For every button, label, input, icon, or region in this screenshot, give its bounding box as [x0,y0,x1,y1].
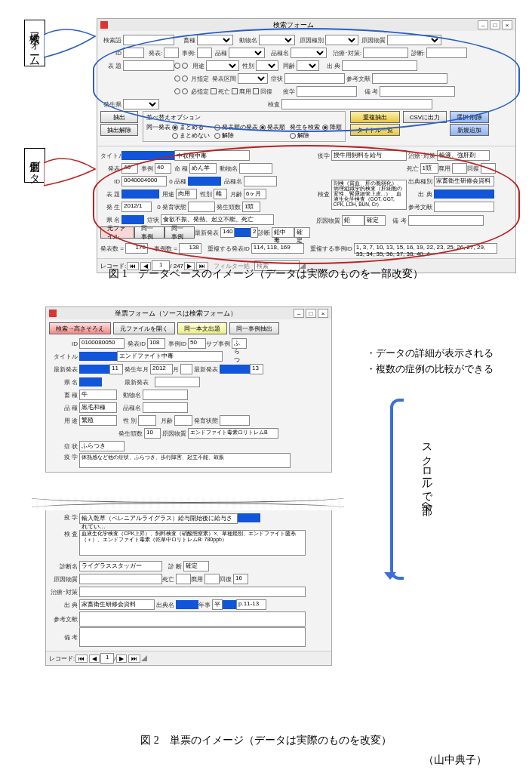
btn-title-list[interactable]: タイトル一覧 [350,124,400,136]
tb-b1[interactable]: 検索→高さそろえ [49,322,111,334]
btn-doitsu1[interactable]: 同一事例 [134,226,165,239]
v3-sk[interactable] [79,611,306,627]
btn-clear[interactable]: 抽出解除 [100,124,138,136]
btn-new[interactable]: 新規追加 [450,124,489,136]
nav2-last[interactable]: ⏭ [128,654,140,663]
minimize-button[interactable]: – [478,20,488,29]
lbl-hinshu2: 品種 [212,49,229,57]
rad-4[interactable] [182,75,188,82]
v2-num: 11 [109,364,123,374]
l-side-kf: 回復 [467,165,481,173]
inp-hassei[interactable] [164,48,179,58]
nav2-next[interactable]: ▶ [116,654,127,663]
resize-grip-2[interactable] [141,655,147,661]
rad-5[interactable] [174,88,180,94]
inp-chiryo[interactable] [363,48,408,58]
v2-gk[interactable] [180,364,192,374]
l-jireisu: 事例数 = [154,245,179,253]
nav2-first[interactable]: ⏮ [75,654,88,663]
tb-b3[interactable]: 同一本文出題 [177,322,227,334]
btn-dup-extract[interactable]: 重複抽出 [350,111,400,123]
v-side-sk[interactable] [434,202,494,212]
rad-h2[interactable] [260,125,266,131]
close2[interactable]: × [318,309,328,318]
sel-yoto[interactable] [206,60,239,71]
inp-shojo[interactable] [284,73,345,84]
inp-biko[interactable] [380,86,455,97]
inp-id[interactable] [123,48,144,58]
v-side-bk[interactable] [408,215,484,226]
v3-sb[interactable] [176,574,191,584]
maximize-button[interactable]: □ [490,20,500,29]
btn-moto[interactable]: 元ファイル [100,226,134,239]
close-button[interactable]: × [502,20,512,29]
sel-chiku[interactable] [197,35,233,45]
l-shindan: 診断 [258,229,272,237]
inp-kensa[interactable] [281,99,432,109]
inp-ekigaku[interactable] [297,86,357,97]
inp-shucchi[interactable] [342,60,417,71]
max2[interactable]: □ [306,309,316,318]
l2-hn: 発生頭数 [117,430,144,438]
sel-sei[interactable] [256,60,278,71]
v2-sai3[interactable] [155,377,200,387]
v2-gk2[interactable] [174,415,192,426]
rad-kou[interactable] [322,125,328,131]
v3-gb[interactable] [79,574,162,584]
sel-gensei[interactable] [325,35,358,45]
tb-b4[interactable]: 同一事例抽出 [229,322,279,334]
btn-extract[interactable]: 抽出 [100,111,138,123]
v-dup2: 1, 3, 7, 10, 13, 15, 16, 19, 22, 23, 25,… [354,243,497,254]
min2[interactable]: – [294,309,304,318]
v3-bk[interactable] [79,627,306,647]
rad-k2[interactable] [290,133,296,139]
v2-hj[interactable] [220,415,250,426]
v-f1r1d[interactable] [239,163,272,174]
tb-b2[interactable]: 元ファイルを開く [113,322,175,334]
btn-doitsu2[interactable]: 同一事例 [165,226,195,239]
chk-shibo[interactable] [211,88,217,94]
redact-11 [238,513,260,522]
rad-matomenai[interactable] [172,133,178,139]
v-side-kf[interactable] [481,163,496,174]
l2-sub: サブ事例 [206,340,232,348]
fig2-notes: ・データの詳細が表示される ・複数の症例の比較ができる [366,346,517,377]
v2-db[interactable] [143,390,188,400]
lbl-shobun: 廃用 [239,88,253,96]
rad-3[interactable] [174,75,180,82]
v2-sx[interactable] [138,415,156,426]
rad-1[interactable] [174,63,180,69]
chk-kaifuku[interactable] [253,88,259,94]
v-f1r4b[interactable] [188,202,215,212]
sel-hinshumei[interactable] [291,48,327,58]
v-f1r2c[interactable] [244,176,277,186]
rad-6[interactable] [182,88,188,94]
l3-ch: 治療･対策 [49,588,79,596]
rad-k1[interactable] [214,133,220,139]
v-side-ek: 授牛用飼料を給与 [331,150,407,161]
inp-hyodai[interactable] [123,60,174,71]
inp-sanko[interactable] [372,73,447,84]
sel-hinshu[interactable] [229,48,265,58]
v3-hy[interactable] [204,574,220,584]
inp-kensakugo[interactable] [123,35,174,45]
inp-jirei[interactable] [197,48,212,58]
v-side-hy[interactable] [452,163,467,174]
sel-kukan[interactable] [238,73,268,84]
sel-ken[interactable] [123,99,159,109]
nav2-prev[interactable]: ◀ [89,654,100,663]
nav2-pos[interactable]: 1 [100,653,114,664]
sel-dourei[interactable] [297,60,319,71]
v2-hm[interactable] [143,402,188,413]
chk-shobun[interactable] [232,88,238,94]
v3-ch[interactable] [79,587,306,597]
inp-shindan[interactable] [426,48,467,58]
l3-kb: 診 断 [162,562,183,571]
sel-doubutsu[interactable] [259,35,295,45]
btn-delete[interactable]: 選択:削除 [450,111,489,123]
rad-h1[interactable] [214,125,220,131]
rad-matomeru[interactable] [172,125,178,131]
btn-csv[interactable]: CSVに出力 [403,111,447,123]
sel-genbutsu[interactable] [387,35,441,45]
rad-2[interactable] [182,63,188,69]
